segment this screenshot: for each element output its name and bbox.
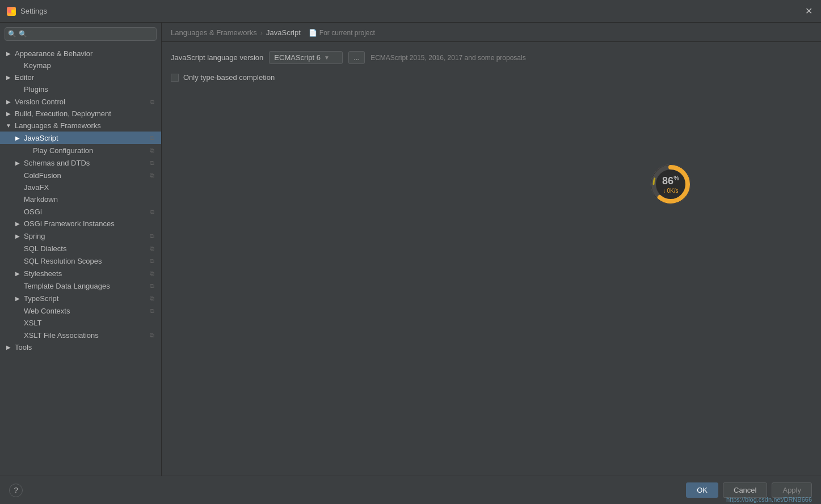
sidebar-item-javascript[interactable]: JavaScript ⧉ [0,132,161,144]
arrow-icon [14,220,22,228]
donut-text: 86% ↓0K/s [662,175,679,194]
checkbox-label: Only type-based completion [183,73,275,82]
footer-url: https://blog.csdn.net/DRNB666 [726,496,812,503]
svg-point-1 [11,10,15,13]
sidebar-item-label: SQL Dialects [24,244,66,253]
sidebar-item-label: Appearance & Behavior [15,49,92,58]
sidebar-item-stylesheets[interactable]: Stylesheets ⧉ [0,267,161,279]
breadcrumb: Languages & Frameworks › JavaScript 📄 Fo… [162,23,821,42]
sidebar-item-xslt-file[interactable]: XSLT File Associations ⧉ [0,329,161,341]
copy-icon: ⧉ [148,244,157,253]
sidebar-item-build[interactable]: Build, Execution, Deployment [0,108,161,120]
sidebar-item-osgi-framework[interactable]: OSGi Framework Instances [0,218,161,230]
arrow-icon [14,232,22,240]
cancel-button[interactable]: Cancel [723,482,767,498]
sidebar: 🔍 Appearance & Behavior Keymap Editor [0,23,162,476]
sidebar-item-spring[interactable]: Spring ⧉ [0,230,161,242]
type-based-completion-checkbox[interactable] [171,74,179,82]
sidebar-item-label: Plugins [24,85,48,94]
svg-point-0 [8,10,11,13]
arrow-icon [14,269,22,277]
copy-icon: ⧉ [148,281,157,290]
sidebar-item-plugins[interactable]: Plugins [0,83,161,95]
arrow-icon [14,134,22,142]
copy-icon: ⧉ [148,231,157,240]
sidebar-item-label: JavaScript [24,134,58,142]
settings-panel: JavaScript language version ECMAScript 6… [162,42,821,476]
sidebar-item-label: Web Contexts [24,307,70,315]
copy-icon: ⧉ [148,294,157,303]
arrow-icon [5,50,12,58]
sidebar-item-label: Tools [15,343,32,351]
sidebar-item-markdown[interactable]: Markdown [0,193,161,205]
sidebar-item-javafx[interactable]: JavaFX [0,181,161,193]
copy-icon: ⧉ [148,171,157,180]
close-button[interactable]: ✕ [803,6,814,17]
sidebar-item-template-data[interactable]: Template Data Languages ⧉ [0,279,161,292]
sidebar-item-web-contexts[interactable]: Web Contexts ⧉ [0,304,161,317]
main-content: 🔍 Appearance & Behavior Keymap Editor [0,23,821,476]
copy-icon: ⧉ [148,331,157,340]
sidebar-item-xslt[interactable]: XSLT [0,317,161,329]
sidebar-item-label: OSGi [24,207,42,216]
ok-button[interactable]: OK [686,482,718,498]
sidebar-item-appearance[interactable]: Appearance & Behavior [0,48,161,60]
help-button[interactable]: ? [9,484,23,497]
sidebar-item-keymap[interactable]: Keymap [0,60,161,71]
sidebar-item-languages[interactable]: Languages & Frameworks [0,120,161,132]
sidebar-item-label: Editor [15,73,34,82]
breadcrumb-part2: JavaScript [266,28,301,37]
sidebar-item-label: JavaFX [24,183,49,192]
sidebar-item-label: Markdown [24,195,58,204]
sidebar-item-typescript[interactable]: TypeScript ⧉ [0,292,161,304]
sidebar-item-sql-dialects[interactable]: SQL Dialects ⧉ [0,242,161,255]
copy-icon: ⧉ [148,256,157,265]
sidebar-item-editor[interactable]: Editor [0,71,161,83]
sidebar-item-label: Play Configuration [33,146,93,155]
arrow-icon [5,98,12,105]
sidebar-item-label: Stylesheets [24,269,62,278]
sidebar-item-coldfusion[interactable]: ColdFusion ⧉ [0,169,161,181]
sidebar-item-label: Build, Execution, Deployment [15,109,111,118]
sidebar-item-label: SQL Resolution Scopes [24,257,102,265]
apply-button[interactable]: Apply [772,482,812,498]
sidebar-item-label: ColdFusion [24,171,61,180]
arrow-icon [14,294,22,302]
title-bar: Settings ✕ [0,0,821,23]
sidebar-item-play-config[interactable]: Play Configuration ⧉ [0,144,161,156]
copy-icon: ⧉ [148,97,157,106]
search-icon: 🔍 [8,30,16,38]
dropdown-arrow-icon: ▼ [324,54,330,61]
arrow-icon [5,122,12,130]
sidebar-item-label: XSLT [24,319,42,327]
arrow-icon [14,159,22,167]
more-options-button[interactable]: ... [348,51,365,64]
breadcrumb-project: 📄 For current project [309,29,375,37]
sidebar-item-label: TypeScript [24,294,58,303]
sidebar-item-label: XSLT File Associations [24,331,99,340]
breadcrumb-separator: › [260,28,263,37]
copy-icon: ⧉ [148,269,157,278]
language-version-row: JavaScript language version ECMAScript 6… [171,51,812,64]
sidebar-item-sql-resolution[interactable]: SQL Resolution Scopes ⧉ [0,255,161,267]
sidebar-item-label: Template Data Languages [24,282,110,290]
sidebar-item-tools[interactable]: Tools [0,341,161,353]
copy-icon: ⧉ [148,133,157,142]
sidebar-item-label: Spring [24,232,45,240]
sidebar-item-version-control[interactable]: Version Control ⧉ [0,95,161,108]
copy-icon: ⧉ [148,207,157,216]
arrow-icon [5,344,12,351]
bottom-bar: ? OK Cancel Apply https://blog.csdn.net/… [0,476,821,504]
language-version-label: JavaScript language version [171,53,263,62]
search-input[interactable] [5,27,157,41]
project-label: For current project [319,29,375,37]
app-icon [7,7,16,16]
settings-description: ECMAScript 2015, 2016, 2017 and some pro… [370,54,526,62]
sidebar-item-osgi[interactable]: OSGi ⧉ [0,205,161,218]
settings-window: Settings ✕ 🔍 Appearance & Behavior Keyma… [0,0,821,504]
sidebar-item-label: Keymap [24,61,51,70]
breadcrumb-part1: Languages & Frameworks [171,28,257,37]
content-area: Languages & Frameworks › JavaScript 📄 Fo… [162,23,821,476]
language-version-dropdown[interactable]: ECMAScript 6 ▼ [269,51,343,64]
sidebar-item-schemas[interactable]: Schemas and DTDs ⧉ [0,156,161,169]
